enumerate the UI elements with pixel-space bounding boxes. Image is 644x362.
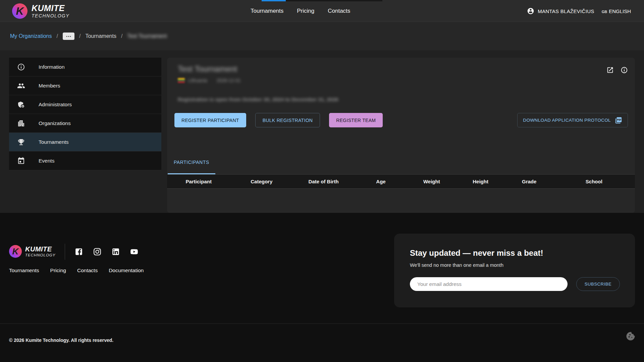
tournament-card: Test Tournament Lithuania 2026-12-31 Reg… bbox=[167, 58, 635, 213]
language-code: GB bbox=[602, 10, 607, 14]
register-team-button[interactable]: REGISTER TEAM bbox=[329, 113, 383, 127]
sidebar-item-organizations[interactable]: Organizations bbox=[9, 114, 161, 133]
copyright-text: © 2026 Kumite Technology. All rights res… bbox=[9, 338, 113, 343]
footer-brand-name: KUMITE bbox=[25, 246, 56, 252]
action-buttons: REGISTER PARTICIPANT BULK REGISTRATION R… bbox=[174, 113, 383, 127]
country-flag-icon bbox=[178, 78, 185, 83]
open-in-new-icon[interactable] bbox=[606, 66, 614, 74]
breadcrumb: My Organizations / … / Tournaments / Tes… bbox=[10, 33, 167, 40]
footer-link-documentation[interactable]: Documentation bbox=[109, 267, 144, 274]
footer-link-pricing[interactable]: Pricing bbox=[50, 267, 66, 274]
sidebar-label: Information bbox=[39, 64, 65, 70]
column-header-weight: Weight bbox=[408, 179, 456, 184]
breadcrumb-tournaments[interactable]: Tournaments bbox=[85, 33, 116, 39]
subscribe-button[interactable]: SUBSCRIBE bbox=[576, 277, 620, 291]
sidebar-label: Events bbox=[39, 158, 54, 164]
top-decorative-bar bbox=[286, 0, 382, 1]
bulk-registration-button[interactable]: BULK REGISTRATION bbox=[255, 113, 320, 127]
main-content: Information Members Administrators Organ… bbox=[0, 50, 644, 213]
top-nav: K KUMITE TECHNOLOGY Tournaments Pricing … bbox=[0, 0, 644, 22]
social-links bbox=[74, 247, 139, 256]
footer-link-contacts[interactable]: Contacts bbox=[77, 267, 98, 274]
tab-participants[interactable]: PARTICIPANTS bbox=[168, 151, 215, 174]
user-name: MANTAS BLAŽEVIČIUS bbox=[538, 8, 594, 14]
sidebar-label: Organizations bbox=[39, 120, 71, 126]
footer-divider bbox=[65, 244, 65, 260]
brand-name: KUMITE bbox=[32, 4, 69, 12]
sidebar-item-tournaments[interactable]: Tournaments bbox=[9, 133, 161, 152]
breadcrumb-separator: / bbox=[121, 33, 122, 39]
cookie-settings-icon[interactable] bbox=[626, 331, 636, 341]
nav-link-contacts[interactable]: Contacts bbox=[328, 8, 350, 14]
column-header-grade: Grade bbox=[505, 179, 553, 184]
instagram-icon[interactable] bbox=[93, 247, 102, 256]
account-icon bbox=[527, 7, 534, 15]
tab-bar: PARTICIPANTS bbox=[167, 151, 635, 175]
newsletter-card: Stay updated — never miss a beat! We'll … bbox=[394, 234, 635, 307]
register-participant-button[interactable]: REGISTER PARTICIPANT bbox=[174, 113, 246, 127]
sidebar-label: Administrators bbox=[39, 102, 72, 108]
members-icon bbox=[17, 82, 25, 90]
calendar-icon bbox=[17, 157, 25, 165]
linkedin-icon[interactable] bbox=[111, 247, 120, 256]
sidebar-label: Members bbox=[39, 83, 60, 89]
sidebar: Information Members Administrators Organ… bbox=[9, 58, 161, 170]
info-icon bbox=[17, 63, 25, 71]
sidebar-item-administrators[interactable]: Administrators bbox=[9, 95, 161, 114]
breadcrumb-collapsed-button[interactable]: … bbox=[63, 33, 74, 40]
participants-table-header: Participant Category Date of Birth Age W… bbox=[167, 175, 635, 189]
sidebar-item-events[interactable]: Events bbox=[9, 152, 161, 170]
tournament-country: Lithuania bbox=[188, 78, 207, 83]
sidebar-item-information[interactable]: Information bbox=[9, 58, 161, 76]
column-header-date-of-birth: Date of Birth bbox=[293, 179, 354, 184]
footer-links: Tournaments Pricing Contacts Documentati… bbox=[9, 267, 144, 274]
nav-active-indicator bbox=[262, 0, 286, 1]
breadcrumb-separator: / bbox=[79, 33, 80, 39]
column-header-age: Age bbox=[354, 179, 408, 184]
language-selector[interactable]: GB ENGLISH bbox=[602, 8, 631, 14]
footer-bottom-divider bbox=[0, 323, 644, 324]
language-label: ENGLISH bbox=[609, 8, 631, 14]
footer-brand-tagline: TECHNOLOGY bbox=[25, 253, 56, 257]
email-input[interactable] bbox=[410, 277, 568, 291]
tournament-meta: Lithuania 2026-12-31 bbox=[178, 78, 240, 83]
download-protocol-label: DOWNLOAD APPLICATION PROTOCOL bbox=[523, 118, 611, 123]
tournament-title: Test Tournament bbox=[178, 64, 237, 74]
column-header-participant: Participant bbox=[167, 179, 230, 184]
registration-note: Registration is open from October 30, 20… bbox=[178, 97, 338, 103]
footer-logo-icon: K bbox=[9, 245, 22, 258]
sidebar-label: Tournaments bbox=[39, 139, 69, 145]
breadcrumb-separator: / bbox=[57, 33, 58, 39]
download-application-protocol-button[interactable]: DOWNLOAD APPLICATION PROTOCOL bbox=[517, 113, 628, 127]
nav-link-pricing[interactable]: Pricing bbox=[297, 8, 314, 14]
tournament-date: 2026-12-31 bbox=[217, 78, 241, 83]
pdf-icon bbox=[615, 117, 622, 124]
breadcrumb-current-tournament: Test Tournament bbox=[127, 33, 167, 39]
building-icon bbox=[17, 119, 25, 127]
column-header-height: Height bbox=[456, 179, 505, 184]
facebook-icon[interactable] bbox=[74, 247, 83, 256]
admin-shield-icon bbox=[17, 101, 25, 109]
user-menu[interactable]: MANTAS BLAŽEVIČIUS bbox=[527, 7, 594, 15]
footer-logo[interactable]: K KUMITE TECHNOLOGY bbox=[9, 245, 56, 258]
newsletter-subtitle: We'll send no more than one email a mont… bbox=[410, 262, 503, 268]
column-header-category: Category bbox=[230, 179, 293, 184]
sidebar-item-members[interactable]: Members bbox=[9, 76, 161, 95]
newsletter-title: Stay updated — never miss a beat! bbox=[410, 248, 543, 258]
brand-logo-icon: K bbox=[12, 3, 28, 19]
trophy-icon bbox=[17, 138, 25, 146]
nav-link-tournaments[interactable]: Tournaments bbox=[251, 8, 283, 14]
nav-links: Tournaments Pricing Contacts bbox=[251, 0, 350, 22]
breadcrumb-band: My Organizations / … / Tournaments / Tes… bbox=[0, 22, 644, 50]
tournament-info-icon[interactable] bbox=[621, 66, 628, 74]
column-header-school: School bbox=[553, 179, 635, 184]
footer-link-tournaments[interactable]: Tournaments bbox=[9, 267, 39, 274]
youtube-icon[interactable] bbox=[130, 247, 139, 256]
footer: K KUMITE TECHNOLOGY Tournaments Pricing … bbox=[0, 213, 644, 362]
breadcrumb-my-organizations[interactable]: My Organizations bbox=[10, 33, 52, 39]
brand-tagline: TECHNOLOGY bbox=[32, 13, 69, 18]
brand-logo[interactable]: K KUMITE TECHNOLOGY bbox=[12, 3, 69, 19]
